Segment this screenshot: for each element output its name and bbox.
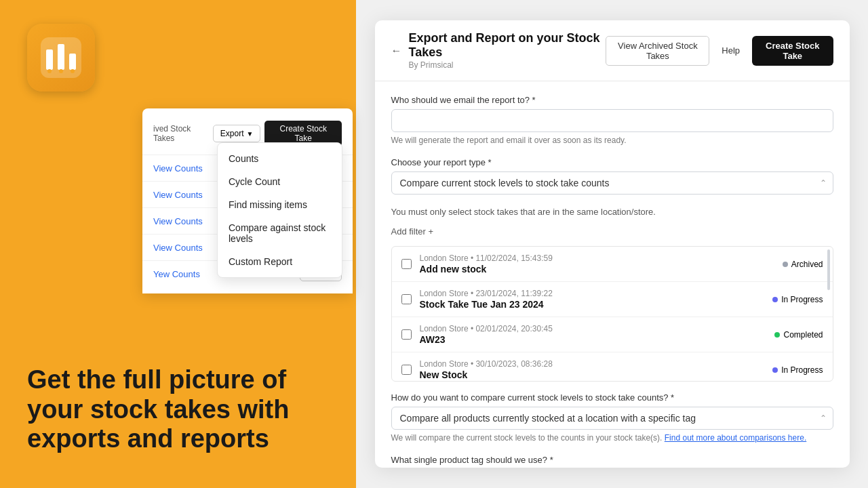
svg-rect-3 [69, 54, 76, 70]
stock-take-info-2: London Store • 23/01/2024, 11:39:22 Stoc… [420, 289, 765, 310]
svg-rect-1 [46, 49, 53, 70]
status-text-3: Completed [783, 330, 823, 340]
export-report-modal: ← Export and Report on your Stock Takes … [375, 20, 850, 468]
status-text-4: In Progress [781, 365, 823, 375]
tagline: Get the full picture of your stock takes… [27, 365, 336, 454]
app-logo [27, 24, 95, 92]
email-form-group: Who should we email the report to? * We … [391, 95, 833, 145]
email-hint: We will generate the report and email it… [391, 136, 833, 145]
stock-take-item-1: London Store • 11/02/2024, 15:43:59 Add … [392, 247, 833, 282]
stock-take-status-3: Completed [774, 330, 823, 340]
comparison-form-group: How do you want to compare current stock… [391, 392, 833, 443]
stock-takes-scroll[interactable]: London Store • 11/02/2024, 15:43:59 Add … [392, 247, 833, 382]
stock-take-checkbox-2[interactable] [401, 294, 412, 304]
view-counts-link-1[interactable]: View Counts [153, 163, 203, 174]
modal-body: Who should we email the report to? * We … [375, 81, 850, 468]
stock-takes-list: London Store • 11/02/2024, 15:43:59 Add … [391, 246, 833, 382]
stock-take-item-3: London Store • 02/01/2024, 20:30:45 AW23… [392, 317, 833, 352]
view-archived-stock-takes-button[interactable]: View Archived Stock Takes [606, 36, 709, 66]
stock-take-name-1: Add new stock [420, 264, 774, 274]
right-panel: ← Export and Report on your Stock Takes … [356, 0, 868, 488]
dropdown-custom-report[interactable]: Custom Report [218, 250, 342, 273]
modal-header-actions: View Archived Stock Takes Help Create St… [606, 36, 833, 66]
stock-take-status-1: Archived [783, 260, 823, 269]
report-type-select-wrapper: Compare current stock levels to stock ta… [391, 171, 833, 195]
status-dot-in-progress-2-icon [772, 367, 778, 373]
stock-take-info-1: London Store • 11/02/2024, 15:43:59 Add … [420, 253, 774, 274]
stock-take-name-4: New Stock [420, 369, 765, 380]
dropdown-cycle-count[interactable]: Cycle Count [218, 170, 342, 193]
stock-take-name-2: Stock Take Tue Jan 23 2024 [420, 299, 765, 310]
comparison-select-wrapper: Compare all products currently stocked a… [391, 407, 833, 430]
stock-take-checkbox-3[interactable] [401, 329, 412, 340]
status-dot-in-progress-icon [772, 297, 778, 302]
product-tag-form-group: What single product tag should we use? * [391, 455, 833, 468]
stock-take-meta-4: London Store • 30/10/2023, 08:36:28 [420, 359, 765, 369]
dropdown-find-missing[interactable]: Find missing items [218, 193, 342, 216]
export-button[interactable]: Export ▼ [213, 125, 261, 142]
add-filter-button[interactable]: Add filter + [391, 224, 434, 239]
stock-take-name-3: AW23 [420, 334, 767, 345]
stock-take-meta-3: London Store • 02/01/2024, 20:30:45 [420, 324, 767, 333]
find-out-more-link[interactable]: Find out more about comparisons here. [665, 433, 806, 443]
modal-header: ← Export and Report on your Stock Takes … [375, 20, 850, 81]
status-text-1: Archived [791, 260, 823, 269]
stock-take-meta-1: London Store • 11/02/2024, 15:43:59 [420, 253, 774, 263]
status-dot-archived-icon [783, 262, 788, 267]
view-counts-link-2[interactable]: View Counts [153, 190, 203, 200]
location-note: You must only select stock takes that ar… [391, 207, 833, 217]
dropdown-counts[interactable]: Counts [218, 147, 342, 170]
back-arrow-icon[interactable]: ← [391, 45, 402, 57]
stock-take-info-3: London Store • 02/01/2024, 20:30:45 AW23 [420, 324, 767, 345]
stock-take-status-2: In Progress [772, 295, 823, 304]
view-counts-link-4[interactable]: View Counts [153, 243, 203, 253]
modal-title-group: ← Export and Report on your Stock Takes … [391, 31, 606, 70]
chevron-down-icon: ▼ [247, 130, 254, 138]
product-tag-label: What single product tag should we use? * [391, 455, 833, 465]
modal-title: Export and Report on your Stock Takes [409, 31, 606, 60]
svg-point-5 [59, 69, 63, 73]
email-label: Who should we email the report to? * [391, 95, 833, 105]
stock-take-meta-2: London Store • 23/01/2024, 11:39:22 [420, 289, 765, 298]
email-input[interactable] [391, 109, 833, 132]
stock-take-checkbox-1[interactable] [401, 259, 412, 269]
stock-take-status-4: In Progress [772, 365, 823, 375]
comparison-select[interactable]: Compare all products currently stocked a… [391, 407, 833, 430]
status-text-2: In Progress [781, 295, 823, 304]
dropdown-compare-stock[interactable]: Compare against stock levels [218, 216, 342, 250]
modal-title-block: Export and Report on your Stock Takes By… [409, 31, 606, 70]
stock-take-checkbox-4[interactable] [401, 365, 412, 375]
stock-take-item-2: London Store • 23/01/2024, 11:39:22 Stoc… [392, 282, 833, 317]
comparison-hint: We will compare the current stock levels… [391, 433, 833, 443]
create-stock-take-header-button[interactable]: Create Stock Take [752, 36, 833, 66]
stock-take-item-4: London Store • 30/10/2023, 08:36:28 New … [392, 352, 833, 382]
status-dot-completed-icon [774, 332, 780, 338]
report-type-form-group: Choose your report type * Compare curren… [391, 157, 833, 195]
modal-subtitle: By Primsical [409, 60, 606, 70]
export-label: Export [220, 129, 244, 138]
report-type-select[interactable]: Compare current stock levels to stock ta… [391, 171, 833, 195]
view-counts-link-5[interactable]: Yew Counts [153, 269, 200, 279]
archived-stock-takes-label: ived Stock Takes [153, 124, 213, 143]
svg-rect-2 [58, 44, 64, 70]
report-type-label: Choose your report type * [391, 157, 833, 167]
stock-take-info-4: London Store • 30/10/2023, 08:36:28 New … [420, 359, 765, 380]
svg-point-6 [71, 69, 75, 73]
comparison-label: How do you want to compare current stock… [391, 392, 833, 403]
view-counts-link-3[interactable]: View Counts [153, 216, 203, 226]
help-button[interactable]: Help [716, 41, 745, 60]
left-panel: ived Stock Takes Export ▼ Create Stock T… [0, 0, 356, 488]
scroll-indicator [827, 249, 830, 290]
export-dropdown-menu: Counts Cycle Count Find missing items Co… [217, 142, 342, 278]
svg-point-4 [47, 69, 52, 73]
